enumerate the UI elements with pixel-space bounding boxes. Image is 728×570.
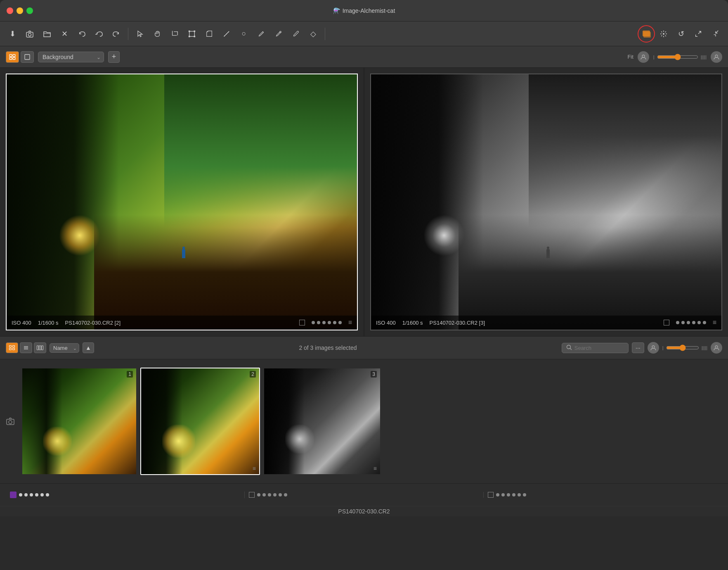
undo-button[interactable]	[74, 26, 89, 41]
filmstrip-camera-icon	[6, 417, 15, 425]
download-button[interactable]: ⬇	[5, 26, 20, 41]
redo-button[interactable]	[109, 26, 124, 41]
color-swatch-1	[10, 492, 17, 498]
svg-rect-18	[13, 55, 15, 57]
layer-select[interactable]: Background	[38, 52, 104, 62]
image-panel-left: ISO 400 1/1600 s PS140702-030.CR2 [2] ≡	[0, 68, 364, 336]
transform-tool[interactable]	[184, 26, 199, 41]
svg-rect-24	[9, 346, 12, 347]
svg-point-23	[715, 55, 718, 57]
svg-point-34	[567, 345, 570, 349]
svg-rect-21	[25, 55, 30, 59]
sort-select[interactable]: Name Date Rating Size	[50, 343, 79, 353]
svg-rect-13	[643, 32, 651, 38]
iso-right: ISO 400	[376, 320, 396, 326]
single-view-button[interactable]	[21, 51, 34, 63]
search-icon	[566, 344, 572, 352]
thumbnail-1[interactable]: 1	[21, 368, 137, 475]
app-title: ⚗️ Image-Alchemist-cat	[333, 7, 395, 14]
crop-tool[interactable]	[167, 26, 182, 41]
fit-label: Fit	[627, 54, 633, 60]
search-box	[562, 343, 629, 353]
ratings-row	[0, 484, 728, 506]
meta-checkbox-left[interactable]	[299, 320, 305, 325]
svg-rect-32	[39, 346, 41, 350]
svg-rect-31	[37, 346, 39, 350]
filename-left: PS140702-030.CR2 [2]	[65, 320, 293, 326]
filmstrip-user-icon-left	[648, 342, 659, 354]
pencil-tool[interactable]	[271, 26, 286, 41]
select-tool[interactable]	[132, 26, 147, 41]
thumbnail-3[interactable]: 3 ≡	[263, 368, 381, 475]
close-file-button[interactable]: ✕	[57, 26, 72, 41]
iso-left: ISO 400	[12, 320, 31, 326]
svg-line-35	[570, 348, 572, 350]
sort-direction-button[interactable]: ▲	[83, 342, 94, 353]
svg-line-16	[716, 30, 718, 33]
maximize-button[interactable]	[26, 7, 33, 14]
bottom-filename: PS140702-030.CR2	[0, 506, 728, 516]
main-image-area: ISO 400 1/1600 s PS140702-030.CR2 [2] ≡	[0, 68, 728, 336]
user-icon-right	[711, 51, 722, 63]
thumbnail-2[interactable]: 2 ≡	[140, 368, 260, 475]
selection-info: 2 of 3 images selected	[97, 344, 558, 351]
svg-rect-5	[189, 36, 190, 37]
image-frame-right[interactable]: ISO 400 1/1600 s PS140702-030.CR2 [3] ≡	[370, 74, 722, 330]
filmstrip-grid-view[interactable]	[6, 342, 18, 353]
open-folder-button[interactable]	[40, 26, 54, 41]
svg-point-39	[9, 420, 12, 424]
close-button[interactable]	[7, 7, 13, 14]
filmstrip-camera-area	[6, 417, 15, 425]
rating-dots-2	[257, 493, 287, 496]
eraser-tool[interactable]: ◇	[306, 26, 321, 41]
svg-point-22	[642, 55, 645, 57]
hand-tool[interactable]	[150, 26, 165, 41]
undo2-button[interactable]	[92, 26, 106, 41]
zoom-controls: | |||||	[653, 54, 707, 60]
rating-checkbox-3[interactable]	[488, 492, 494, 498]
minimize-button[interactable]	[17, 7, 23, 14]
meta-dots-left	[312, 321, 342, 324]
image-frame-left[interactable]: ISO 400 1/1600 s PS140702-030.CR2 [2] ≡	[6, 74, 358, 330]
shrink-button[interactable]	[708, 26, 723, 41]
rating-checkbox-2[interactable]	[249, 492, 255, 498]
svg-rect-6	[194, 36, 196, 37]
stacked-layers-button[interactable]	[639, 26, 654, 41]
svg-line-8	[224, 35, 225, 36]
rating-dots-1	[19, 493, 49, 496]
bottom-strip: PS140702-030.CR2	[0, 483, 728, 516]
ellipse-tool[interactable]: ○	[236, 26, 251, 41]
camera-button[interactable]	[22, 26, 37, 41]
more-button[interactable]: ···	[632, 342, 644, 353]
thumb-num-1: 1	[127, 371, 133, 378]
layer-view-toggle	[6, 51, 34, 63]
refresh-button[interactable]: ↺	[674, 26, 688, 41]
eyedropper-tool[interactable]	[288, 26, 303, 41]
shutter-right: 1/1600 s	[402, 320, 423, 326]
svg-line-9	[226, 33, 227, 35]
window-controls	[7, 7, 33, 14]
pen-tool[interactable]	[254, 26, 269, 41]
zoom-slider[interactable]	[657, 54, 698, 60]
svg-rect-20	[13, 57, 15, 59]
svg-rect-17	[9, 55, 12, 57]
thumb-num-2: 2	[250, 371, 256, 378]
svg-rect-3	[189, 30, 190, 32]
filmstrip-bar: Name Date Rating Size ▲ 2 of 3 images se…	[0, 336, 728, 359]
expand-button[interactable]	[691, 26, 706, 41]
svg-rect-27	[13, 348, 15, 350]
filmstrip: 1 2 ≡ 3 ≡	[0, 359, 728, 483]
filmstrip-strip-view[interactable]	[34, 342, 46, 353]
filmstrip-zoom: | |||||	[662, 344, 707, 351]
svg-rect-4	[194, 30, 196, 32]
meta-checkbox-right[interactable]	[664, 320, 669, 325]
filmstrip-zoom-slider[interactable]	[666, 344, 699, 351]
rotate-tool[interactable]	[202, 26, 217, 41]
filmstrip-list-view[interactable]	[20, 342, 32, 353]
add-layer-button[interactable]: +	[108, 51, 120, 63]
magic-wand-button[interactable]	[656, 26, 671, 41]
measure-tool[interactable]	[219, 26, 234, 41]
toolbar-sep-1	[128, 28, 128, 40]
grid-view-button[interactable]	[6, 51, 19, 63]
search-input[interactable]	[574, 345, 624, 351]
